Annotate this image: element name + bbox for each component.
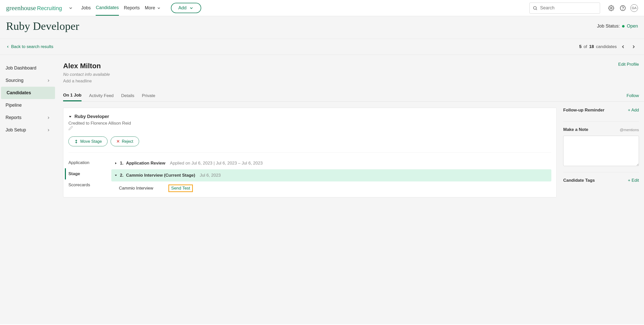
substage-row: Cammio Interview Send Test	[111, 181, 551, 192]
add-button[interactable]: Add	[171, 3, 201, 13]
right-column: Follow-up Reminder + Add Make a Note @me…	[563, 108, 639, 197]
tab-on-job[interactable]: On 1 Job	[63, 90, 82, 101]
chevron-left-icon	[6, 45, 10, 49]
sidebar-item-candidates[interactable]: Candidates	[1, 87, 55, 99]
pager-prev[interactable]	[619, 42, 627, 51]
help-button[interactable]	[619, 4, 627, 12]
job-card-header[interactable]: Ruby Developer	[68, 114, 551, 119]
stage-nav-scorecards[interactable]: Scorecards	[68, 179, 106, 191]
search-input[interactable]	[540, 5, 597, 11]
stage-nav-stage[interactable]: Stage	[65, 168, 106, 179]
sidebar-item-sourcing[interactable]: Sourcing	[0, 74, 56, 87]
send-test-link[interactable]: Send Test	[171, 186, 190, 191]
stage-row-cammio-interview[interactable]: 2. Cammio Interview (Current Stage) Jul …	[111, 169, 551, 181]
chevron-right-icon	[46, 79, 50, 83]
credited-prefix: Credited to	[68, 121, 91, 126]
credited-name: Florence Allison Reid	[91, 121, 131, 126]
stage-dates: Applied on Jul 6, 2023 | Jul 6, 2023 – J…	[170, 161, 263, 166]
svg-point-4	[623, 9, 623, 9]
stage-date: Jul 6, 2023	[200, 173, 221, 178]
reject-button[interactable]: ✕ Reject	[111, 136, 139, 146]
send-test-highlight: Send Test	[168, 184, 193, 192]
stage-content: 1. Application Review Applied on Jul 6, …	[111, 157, 551, 192]
followup-add-link[interactable]: + Add	[628, 108, 639, 113]
action-row: Move Stage ✕ Reject	[68, 136, 551, 153]
follow-link[interactable]: Follow	[627, 93, 639, 98]
sidebar-item-job-setup[interactable]: Job Setup	[0, 124, 56, 136]
chevron-down-icon	[157, 6, 161, 10]
stage-num: 1.	[120, 161, 123, 166]
stage-layout: Application Stage Scorecards 1. Applicat…	[68, 157, 551, 192]
logo-brand: greenhouse	[6, 4, 36, 12]
note-input[interactable]	[563, 136, 639, 166]
status-dot-icon	[622, 25, 625, 28]
move-stage-button[interactable]: Move Stage	[68, 136, 108, 146]
stage-title: Cammio Interview (Current Stage)	[126, 173, 195, 178]
reject-label: Reject	[122, 139, 133, 144]
followup-title: Follow-up Reminder	[563, 108, 604, 113]
svg-marker-7	[115, 162, 117, 164]
sidebar-item-label: Sourcing	[6, 78, 23, 83]
add-headline-link[interactable]: Add a headline	[63, 79, 110, 84]
candidate-tabs: On 1 Job Activity Feed Details Private F…	[63, 90, 644, 102]
svg-marker-8	[115, 175, 117, 176]
nav-jobs[interactable]: Jobs	[81, 1, 91, 15]
page-title: Ruby Developer	[6, 20, 79, 33]
move-stage-label: Move Stage	[80, 139, 102, 144]
columns: Ruby Developer Credited to Florence Alli…	[63, 108, 644, 197]
sidebar-item-pipeline[interactable]: Pipeline	[0, 99, 56, 111]
back-to-search-link[interactable]: Back to search results	[6, 44, 53, 49]
help-icon	[620, 5, 626, 11]
sidebar-item-reports[interactable]: Reports	[0, 111, 56, 124]
add-button-label: Add	[178, 5, 187, 11]
pager-current: 5	[579, 44, 581, 49]
tags-edit-link[interactable]: + Edit	[628, 178, 639, 183]
stage-row-application-review[interactable]: 1. Application Review Applied on Jul 6, …	[111, 157, 551, 169]
sidebar-item-label: Pipeline	[6, 103, 22, 108]
content: Job Dashboard Sourcing Candidates Pipeli…	[0, 55, 644, 324]
back-link-label: Back to search results	[11, 44, 53, 49]
note-section: Make a Note @mentions	[563, 127, 639, 172]
settings-button[interactable]	[607, 4, 615, 12]
tab-activity-feed[interactable]: Activity Feed	[89, 91, 114, 101]
sidebar-item-label: Reports	[6, 115, 21, 120]
chevron-right-icon	[46, 128, 50, 132]
sidebar-item-job-dashboard[interactable]: Job Dashboard	[0, 62, 56, 74]
search-box[interactable]	[529, 3, 600, 14]
tags-title: Candidate Tags	[563, 178, 595, 183]
pager-total: 18	[589, 44, 594, 49]
nav-reports[interactable]: Reports	[124, 1, 140, 15]
logo[interactable]: greenhouse Recruiting	[6, 4, 62, 12]
stage-nav-application[interactable]: Application	[68, 157, 106, 168]
svg-point-2	[610, 7, 612, 9]
candidate-name: Alex Milton	[63, 62, 110, 70]
pager-next[interactable]	[629, 42, 638, 51]
mentions-link[interactable]: @mentions	[620, 128, 639, 132]
workspace-switcher[interactable]	[68, 6, 73, 10]
tab-details[interactable]: Details	[121, 91, 134, 101]
top-icons: GA	[607, 4, 638, 12]
nav-more[interactable]: More	[145, 1, 161, 15]
main-area: Alex Milton No contact info available Ad…	[56, 55, 644, 324]
pager-of: of	[584, 44, 587, 49]
move-stage-icon	[74, 140, 78, 144]
nav-candidates[interactable]: Candidates	[96, 1, 119, 16]
edit-profile-link[interactable]: Edit Profile	[618, 62, 639, 67]
user-avatar[interactable]: GA	[630, 4, 638, 12]
chevron-right-icon	[46, 116, 50, 120]
caret-right-icon	[114, 162, 117, 165]
caret-down-icon	[68, 115, 72, 119]
stage-title: Application Review	[126, 161, 165, 166]
pencil-icon	[68, 126, 73, 130]
job-status-label: Job Status:	[597, 24, 620, 29]
sidebar-item-label: Job Setup	[6, 127, 26, 133]
substage-title: Cammio Interview	[119, 186, 153, 191]
stage-nav: Application Stage Scorecards	[68, 157, 106, 192]
close-icon: ✕	[116, 139, 120, 144]
job-card-name: Ruby Developer	[74, 114, 109, 119]
gear-icon	[608, 5, 614, 11]
top-bar: greenhouse Recruiting Jobs Candidates Re…	[0, 0, 644, 16]
edit-credited-button[interactable]	[68, 126, 551, 130]
tab-private[interactable]: Private	[142, 91, 155, 101]
pager: 5 of 18 candidates	[579, 42, 638, 51]
